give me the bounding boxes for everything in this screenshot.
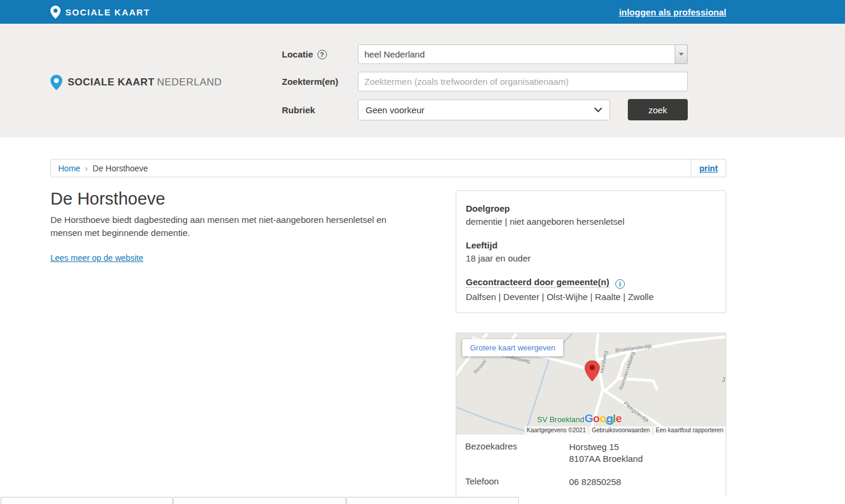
locatie-dropdown-button[interactable] xyxy=(675,44,688,64)
google-map[interactable]: Horstweg Broeklanderdijk euveldsweg Rame… xyxy=(456,333,726,435)
footer-box xyxy=(173,497,346,504)
footer-box xyxy=(1,497,173,504)
telefoon-label: Telefoon xyxy=(465,476,569,488)
address-street: Horstweg 15 xyxy=(569,442,619,452)
rubriek-select[interactable]: Geen voorkeur xyxy=(358,100,610,120)
login-professional-link[interactable]: inloggen als professional xyxy=(619,7,726,17)
below-fold-section xyxy=(0,496,845,504)
topbar-brand[interactable]: SOCIALE KAART xyxy=(50,5,150,19)
terms-link[interactable]: Gebruiksvoorwaarden xyxy=(589,426,652,435)
doelgroep-label: Doelgroep xyxy=(466,203,716,213)
bezoekadres-label: Bezoekadres xyxy=(465,441,569,465)
breadcrumb: Home › De Horsthoeve print xyxy=(50,159,726,177)
map-pin-icon xyxy=(50,75,62,90)
bezoekadres-value: Horstweg 15 8107AA Broekland xyxy=(569,441,643,465)
search-panel: SOCIALE KAART NEDERLAND Locatie ? Zoekte… xyxy=(0,24,845,138)
locatie-help-icon[interactable]: ? xyxy=(317,50,327,59)
main-content: Home › De Horsthoeve print De Horsthoeve… xyxy=(50,159,726,263)
map-copyright: Kaartgegevens ©2021 xyxy=(525,426,589,435)
site-logo[interactable]: SOCIALE KAART NEDERLAND xyxy=(50,75,222,90)
caret-down-icon xyxy=(679,53,684,56)
breadcrumb-current: De Horsthoeve xyxy=(93,164,148,173)
map-edge-label: J xyxy=(722,376,726,383)
description-text: De Horsthoeve biedt dagbesteding aan men… xyxy=(50,213,406,239)
print-box: print xyxy=(691,159,726,177)
zoekterm-input[interactable] xyxy=(358,72,688,91)
locatie-label: Locatie ? xyxy=(282,49,358,59)
logo-title: SOCIALE KAART xyxy=(68,76,154,88)
map-attribution: Kaartgegevens ©2021 Gebruiksvoorwaarden … xyxy=(525,426,726,435)
print-link[interactable]: print xyxy=(699,164,717,173)
leeftijd-label: Leeftijd xyxy=(466,240,716,250)
larger-map-button[interactable]: Grotere kaart weergeven xyxy=(462,339,563,356)
footer-box xyxy=(347,497,519,504)
zoekterm-label: Zoekterm(en) xyxy=(282,76,358,87)
location-box: Horstweg Broeklanderdijk euveldsweg Rame… xyxy=(456,333,726,504)
gemeente-value: Dalfsen | Deventer | Olst-Wijhe | Raalte… xyxy=(466,292,716,302)
gemeente-label: Gecontracteerd door gemeente(n) i xyxy=(466,277,716,289)
gemeente-tooltip-trigger[interactable]: Gecontracteerd door gemeente(n) xyxy=(466,277,609,288)
brand-title: SOCIALE KAART xyxy=(65,7,150,17)
info-box: Doelgroep dementie | niet aangeboren her… xyxy=(456,190,726,313)
rubriek-selected-value: Geen voorkeur xyxy=(366,105,594,115)
locatie-combobox xyxy=(358,44,688,64)
website-link[interactable]: Lees meer op de website xyxy=(50,253,143,263)
address-city: 8107AA Broekland xyxy=(569,454,643,464)
top-bar: SOCIALE KAART inloggen als professional xyxy=(0,0,845,24)
rubriek-label: Rubriek xyxy=(282,105,358,115)
poi-label-sv-broekland[interactable]: SV Broekland xyxy=(537,415,584,424)
map-marker-icon[interactable] xyxy=(584,361,600,383)
locatie-input[interactable] xyxy=(358,44,688,64)
breadcrumb-home-link[interactable]: Home xyxy=(58,164,80,173)
zoek-button[interactable]: zoek xyxy=(628,99,688,120)
chevron-right-icon: › xyxy=(85,164,88,173)
google-logo[interactable]: Google xyxy=(584,412,621,425)
telefoon-value: 06 82850258 xyxy=(569,476,621,488)
report-error-link[interactable]: Een kaartfout rapporteren xyxy=(653,426,726,435)
logo-subtitle: NEDERLAND xyxy=(157,76,221,88)
chevron-down-icon xyxy=(594,107,602,113)
search-form: Locatie ? Zoekterm(en) Rubriek Geen voor… xyxy=(282,44,688,128)
doelgroep-value: dementie | niet aangeboren hersenletsel xyxy=(466,216,716,227)
leeftijd-value: 18 jaar en ouder xyxy=(466,253,716,263)
info-icon[interactable]: i xyxy=(615,279,625,289)
address-section: Bezoekadres Horstweg 15 8107AA Broekland… xyxy=(456,435,726,503)
map-pin-icon xyxy=(50,5,61,19)
